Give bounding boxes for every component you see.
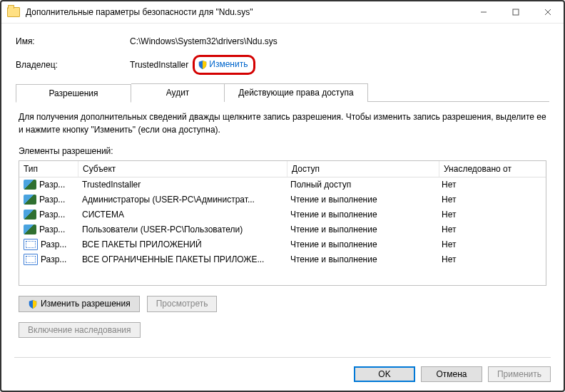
view-label: Просмотреть [156,299,208,309]
grid-header: Тип Субъект Доступ Унаследовано от [19,161,546,177]
table-row[interactable]: Разр...TrustedInstallerПолный доступНет [19,177,546,192]
change-permissions-label: Изменить разрешения [41,299,131,309]
minimize-button[interactable] [467,1,499,23]
window-title: Дополнительные параметры безопасности дл… [26,7,467,17]
cell-inherited: Нет [437,225,546,234]
advanced-security-window: Дополнительные параметры безопасности дл… [0,0,565,392]
principal-icon [24,210,36,220]
cell-inherited: Нет [437,210,546,220]
cell-subject: Администраторы (USER-PC\Администрат... [78,195,286,205]
folder-icon [7,7,20,17]
window-controls [467,1,564,23]
cell-access: Чтение и выполнение [286,254,437,264]
tab-content: Для получения дополнительных сведений дв… [16,102,549,338]
cell-type: Разр... [41,239,66,249]
tab-effective-access[interactable]: Действующие права доступа [225,83,368,102]
col-inherited[interactable]: Унаследовано от [439,161,546,177]
dialog-body: Имя: C:\Windows\System32\drivers\Ndu.sys… [1,24,564,338]
cell-subject: СИСТЕМА [78,210,286,220]
cell-access: Полный доступ [286,180,437,190]
grid-rows: Разр...TrustedInstallerПолный доступНетР… [19,177,546,267]
table-row[interactable]: Разр...СИСТЕМАЧтение и выполнениеНет [19,207,546,222]
cell-inherited: Нет [437,254,546,264]
cell-type: Разр... [39,225,65,234]
enable-inheritance-button: Включение наследования [19,322,141,338]
cell-inherited: Нет [437,180,546,190]
dialog-footer: OK Отмена Применить [14,357,551,382]
owner-row: Владелец: TrustedInstaller Изменить [16,55,549,75]
name-label: Имя: [16,36,130,46]
cell-access: Чтение и выполнение [286,239,437,249]
table-row[interactable]: Разр...Пользователи (USER-PC\Пользовател… [19,222,546,237]
cell-type: Разр... [39,195,65,205]
col-type[interactable]: Тип [19,161,78,177]
close-button[interactable] [531,1,564,23]
cell-inherited: Нет [437,239,546,249]
cell-subject: ВСЕ ОГРАНИЧЕННЫЕ ПАКЕТЫ ПРИЛОЖЕ... [78,254,286,264]
tab-permissions[interactable]: Разрешения [16,84,131,103]
cell-access: Чтение и выполнение [286,225,437,234]
col-subject[interactable]: Субъект [78,161,287,177]
table-row[interactable]: Разр...ВСЕ ОГРАНИЧЕННЫЕ ПАКЕТЫ ПРИЛОЖЕ..… [19,252,546,267]
grid-buttons: Изменить разрешения Просмотреть [19,296,546,312]
principal-icon [24,195,36,205]
cell-access: Чтение и выполнение [286,195,437,205]
tabs: Разрешения Аудит Действующие права досту… [16,83,549,102]
principal-icon [24,254,38,265]
elements-label: Элементы разрешений: [19,146,546,156]
name-row: Имя: C:\Windows\System32\drivers\Ndu.sys [16,36,549,46]
shield-icon [28,299,38,309]
cell-type: Разр... [39,180,65,190]
cell-type: Разр... [39,210,65,220]
maximize-button[interactable] [499,1,531,23]
cell-subject: TrustedInstaller [78,180,286,190]
table-row[interactable]: Разр...Администраторы (USER-PC\Администр… [19,192,546,207]
change-permissions-button[interactable]: Изменить разрешения [19,296,140,312]
principal-icon [24,180,36,190]
permissions-grid[interactable]: Тип Субъект Доступ Унаследовано от Разр.… [19,160,546,286]
principal-icon [24,239,38,250]
view-button: Просмотреть [147,296,218,312]
cell-subject: Пользователи (USER-PC\Пользователи) [78,225,286,234]
cancel-button[interactable]: Отмена [421,366,482,382]
ok-button[interactable]: OK [354,366,415,382]
inherit-buttons: Включение наследования [19,322,546,338]
enable-inheritance-label: Включение наследования [28,325,131,335]
cell-inherited: Нет [437,195,546,205]
change-owner-callout: Изменить [193,55,255,75]
owner-label: Владелец: [16,60,130,70]
change-owner-link[interactable]: Изменить [209,59,248,69]
cell-subject: ВСЕ ПАКЕТЫ ПРИЛОЖЕНИЙ [78,239,286,249]
principal-icon [24,225,36,234]
cell-type: Разр... [41,254,66,264]
col-access[interactable]: Доступ [287,161,439,177]
svg-rect-1 [513,9,519,15]
cell-access: Чтение и выполнение [286,210,437,220]
tab-audit[interactable]: Аудит [131,83,225,102]
table-row[interactable]: Разр...ВСЕ ПАКЕТЫ ПРИЛОЖЕНИЙЧтение и вып… [19,237,546,252]
name-value: C:\Windows\System32\drivers\Ndu.sys [130,36,278,46]
owner-value: TrustedInstaller [130,60,188,70]
hint-text: Для получения дополнительных сведений дв… [19,110,546,136]
apply-button: Применить [488,366,551,382]
shield-icon [198,59,208,70]
titlebar: Дополнительные параметры безопасности дл… [1,1,564,24]
